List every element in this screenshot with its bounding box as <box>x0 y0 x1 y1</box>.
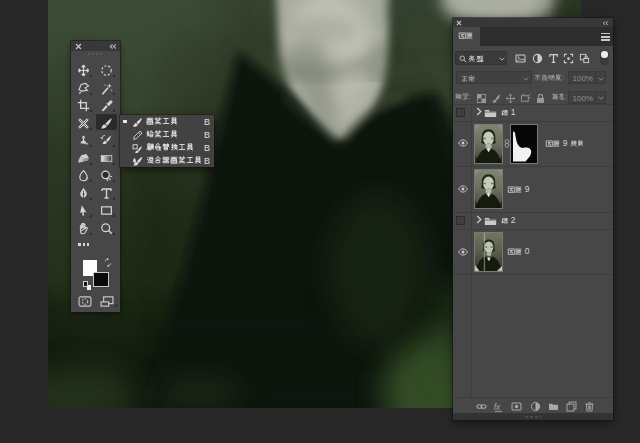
svg-text:fx: fx <box>494 402 501 411</box>
